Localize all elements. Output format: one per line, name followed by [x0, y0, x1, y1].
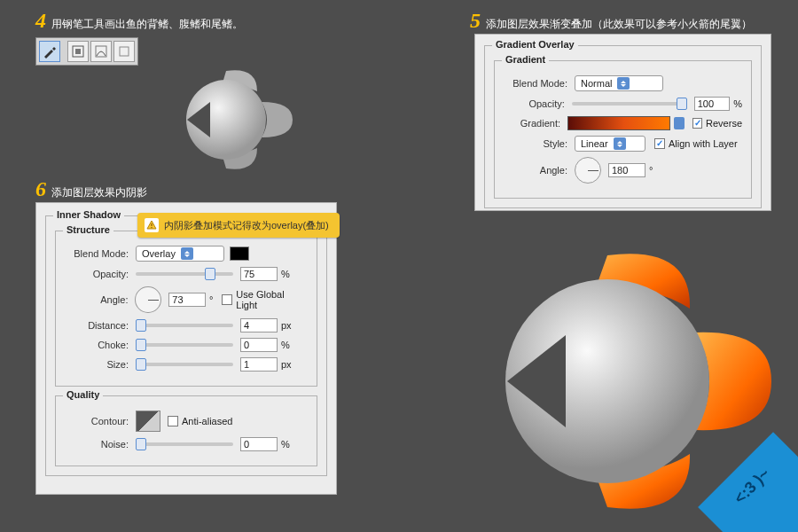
choke-slider[interactable]	[136, 343, 233, 347]
noise-slider[interactable]	[136, 442, 233, 446]
opacity-row: Opacity: 75 %	[65, 267, 308, 281]
go-angle-unit: °	[649, 165, 653, 176]
step-5-text: 添加图层效果渐变叠加（此效果可以参考小火箭的尾翼）	[486, 17, 752, 32]
size-row: Size: 1 px	[65, 357, 308, 372]
chevron-updown-icon	[617, 77, 630, 90]
blend-mode-value: Overlay	[142, 248, 176, 259]
go-blend-mode-row: Blend Mode: Normal	[504, 75, 742, 91]
gradient-overlay-fieldset: Gradient Overlay Gradient Blend Mode: No…	[484, 45, 762, 208]
distance-slider[interactable]	[136, 324, 233, 327]
quality-legend: Quality	[63, 389, 103, 400]
distance-unit: px	[281, 320, 292, 331]
anti-aliased-checkbox[interactable]	[168, 416, 178, 426]
choke-unit: %	[281, 340, 290, 350]
size-unit: px	[281, 359, 292, 370]
anti-aliased-label: Anti-aliased	[182, 416, 232, 426]
gradient-picker[interactable]	[567, 116, 670, 130]
svg-rect-1	[75, 49, 81, 54]
angle-row: Angle: 73 ° Use Global Light	[65, 286, 308, 313]
chevron-down-icon[interactable]	[674, 117, 685, 129]
go-opacity-row: Opacity: 100 %	[504, 97, 742, 111]
blend-mode-row: Blend Mode: Overlay	[65, 246, 308, 262]
choke-label: Choke:	[65, 340, 129, 350]
step-4-number: 4	[35, 9, 46, 33]
inner-shadow-panel: Inner Shadow Structure Blend Mode: Overl…	[35, 202, 337, 495]
angle-input[interactable]: 73	[168, 293, 206, 307]
step-4-header: 4 用钢笔工具画出鱼的背鳍、腹鳍和尾鳍。	[35, 9, 243, 33]
structure-legend: Structure	[63, 224, 113, 235]
noise-input[interactable]: 0	[240, 437, 278, 451]
go-style-row: Style: Linear Align with Layer	[504, 136, 742, 152]
angle-unit: °	[209, 294, 213, 305]
go-gradient-label: Gradient:	[504, 118, 560, 129]
opacity-slider[interactable]	[136, 272, 233, 276]
go-blend-mode-value: Normal	[581, 78, 612, 89]
step-6-header: 6 添加图层效果内阴影	[35, 177, 147, 201]
size-label: Size:	[65, 359, 129, 370]
align-layer-checkbox[interactable]	[654, 138, 665, 149]
use-global-light-checkbox[interactable]	[222, 294, 232, 305]
distance-label: Distance:	[65, 320, 129, 331]
inner-shadow-fieldset: Inner Shadow Structure Blend Mode: Overl…	[45, 215, 327, 476]
angle-dial[interactable]	[135, 286, 161, 313]
structure-fieldset: Structure Blend Mode: Overlay Opacity: 7…	[55, 231, 317, 387]
contour-picker[interactable]	[136, 411, 160, 432]
step-5-number: 5	[470, 9, 481, 33]
fish-grey-illustration-small	[173, 66, 297, 175]
distance-row: Distance: 4 px	[65, 318, 308, 332]
blend-color-swatch[interactable]	[230, 246, 249, 261]
paths-button[interactable]	[90, 41, 112, 62]
step-4-text: 用钢笔工具画出鱼的背鳍、腹鳍和尾鳍。	[51, 17, 243, 32]
distance-input[interactable]: 4	[240, 318, 278, 332]
step-5-header: 5 添加图层效果渐变叠加（此效果可以参考小火箭的尾翼）	[470, 9, 752, 33]
opacity-input[interactable]: 75	[240, 267, 278, 281]
blend-mode-label: Blend Mode:	[65, 248, 129, 259]
go-opacity-input[interactable]: 100	[694, 97, 730, 111]
pen-tool-toolbar	[35, 37, 138, 66]
choke-input[interactable]: 0	[240, 338, 278, 352]
callout-text: 内阴影叠加模式记得改为overlay(叠加)	[164, 219, 329, 232]
noise-unit: %	[281, 439, 290, 450]
go-opacity-slider[interactable]	[572, 102, 687, 106]
go-angle-row: Angle: 180 °	[504, 157, 742, 184]
go-angle-dial[interactable]	[575, 157, 601, 184]
go-style-select[interactable]: Linear	[575, 136, 645, 152]
use-global-light-label: Use Global Light	[236, 289, 308, 310]
go-gradient-row: Gradient: Reverse	[504, 116, 742, 130]
warning-icon	[145, 218, 159, 232]
go-blend-mode-select[interactable]: Normal	[575, 75, 663, 91]
svg-rect-3	[120, 47, 129, 56]
corner-text: <:3 )~	[731, 465, 774, 508]
gradient-legend: Gradient	[502, 54, 549, 65]
align-layer-label: Align with Layer	[669, 138, 738, 149]
go-angle-input[interactable]: 180	[608, 163, 645, 177]
pen-tool-button[interactable]	[39, 41, 60, 62]
shape-layers-button[interactable]	[67, 41, 89, 62]
gradient-group-fieldset: Gradient Blend Mode: Normal Opacity: 100…	[494, 60, 752, 199]
fill-pixels-button[interactable]	[113, 41, 135, 62]
step-6-text: 添加图层效果内阴影	[51, 185, 147, 200]
size-input[interactable]: 1	[240, 357, 278, 372]
go-style-label: Style:	[504, 138, 567, 149]
gradient-overlay-title: Gradient Overlay	[492, 39, 578, 50]
step-6-number: 6	[35, 177, 46, 201]
reverse-label: Reverse	[706, 118, 742, 129]
svg-rect-6	[151, 227, 152, 228]
chevron-updown-icon	[181, 247, 193, 260]
blend-mode-select[interactable]: Overlay	[136, 246, 224, 262]
quality-fieldset: Quality Contour: Anti-aliased Noise: 0 %	[55, 395, 317, 466]
gradient-overlay-panel: Gradient Overlay Gradient Blend Mode: No…	[474, 34, 771, 211]
inner-shadow-title: Inner Shadow	[53, 209, 124, 220]
size-slider[interactable]	[136, 363, 233, 366]
go-blend-mode-label: Blend Mode:	[504, 78, 567, 89]
opacity-unit: %	[281, 269, 290, 279]
contour-row: Contour: Anti-aliased	[65, 411, 308, 432]
noise-label: Noise:	[65, 439, 129, 450]
contour-label: Contour:	[65, 416, 129, 426]
opacity-label: Opacity:	[65, 269, 129, 279]
svg-rect-5	[151, 223, 152, 226]
reverse-checkbox[interactable]	[692, 118, 702, 129]
go-opacity-unit: %	[733, 98, 742, 109]
noise-row: Noise: 0 %	[65, 437, 308, 451]
go-angle-label: Angle:	[504, 165, 567, 176]
